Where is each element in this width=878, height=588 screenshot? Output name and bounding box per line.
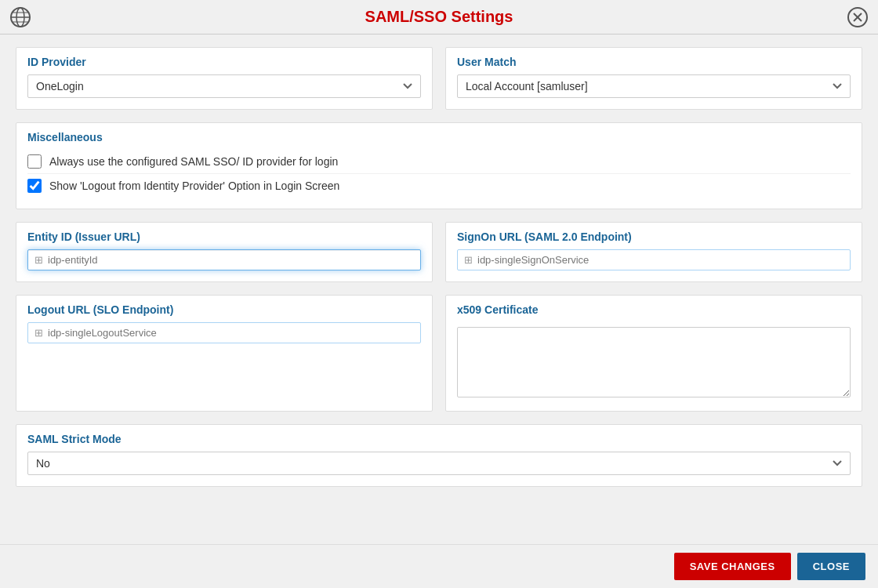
id-provider-section: ID Provider OneLogin ADFS Okta Azure AD … xyxy=(16,47,433,110)
checkbox-show-logout-label[interactable]: Show 'Logout from Identity Provider' Opt… xyxy=(49,180,339,192)
user-match-label: User Match xyxy=(457,56,851,68)
close-button[interactable]: CLOSE xyxy=(797,553,865,580)
header: SAML/SSO Settings xyxy=(0,0,878,34)
main-content: ID Provider OneLogin ADFS Okta Azure AD … xyxy=(0,34,878,544)
checkbox-row-1: Always use the configured SAML SSO/ ID p… xyxy=(27,150,851,174)
saml-strict-select[interactable]: No Yes xyxy=(27,452,851,475)
id-provider-label: ID Provider xyxy=(27,56,421,68)
logout-url-icon: ⊞ xyxy=(34,327,43,339)
id-provider-select[interactable]: OneLogin ADFS Okta Azure AD Other xyxy=(27,74,421,98)
misc-label: Miscellaneous xyxy=(27,131,851,143)
page-wrapper: SAML/SSO Settings ID Provider OneLogin A… xyxy=(0,0,878,588)
entity-id-label: Entity ID (Issuer URL) xyxy=(27,230,421,243)
x509-label: x509 Certificate xyxy=(457,303,851,316)
entity-id-icon: ⊞ xyxy=(34,254,43,266)
checkbox-always-use-label[interactable]: Always use the configured SAML SSO/ ID p… xyxy=(49,155,338,168)
footer: SAVE CHANGES CLOSE xyxy=(0,544,878,588)
signon-url-icon: ⊞ xyxy=(464,254,473,266)
entity-id-input-wrapper: ⊞ xyxy=(27,249,421,270)
checkbox-show-logout[interactable] xyxy=(27,179,42,193)
miscellaneous-section: Miscellaneous Always use the configured … xyxy=(16,122,862,209)
user-match-select[interactable]: Local Account [samluser] Email Username xyxy=(457,74,851,98)
user-match-section: User Match Local Account [samluser] Emai… xyxy=(445,47,862,110)
entity-id-input[interactable] xyxy=(48,254,414,266)
x509-textarea[interactable] xyxy=(457,327,851,397)
page-title: SAML/SSO Settings xyxy=(365,8,513,26)
logout-url-section: Logout URL (SLO Endpoint) ⊞ xyxy=(16,295,433,412)
signon-url-input-wrapper: ⊞ xyxy=(457,249,851,270)
globe-icon[interactable] xyxy=(9,6,31,28)
logout-cert-row: Logout URL (SLO Endpoint) ⊞ x509 Certifi… xyxy=(16,295,862,412)
entity-id-section: Entity ID (Issuer URL) ⊞ xyxy=(16,222,433,282)
logout-url-label: Logout URL (SLO Endpoint) xyxy=(27,303,421,316)
signon-url-section: SignOn URL (SAML 2.0 Endpoint) ⊞ xyxy=(445,222,862,282)
header-close-icon[interactable] xyxy=(847,6,869,28)
signon-url-label: SignOn URL (SAML 2.0 Endpoint) xyxy=(457,230,851,243)
provider-row: ID Provider OneLogin ADFS Okta Azure AD … xyxy=(16,47,862,110)
signon-url-input[interactable] xyxy=(477,254,844,266)
save-changes-button[interactable]: SAVE CHANGES xyxy=(674,553,791,580)
saml-strict-label: SAML Strict Mode xyxy=(27,433,851,445)
logout-url-input[interactable] xyxy=(48,327,414,339)
saml-strict-section: SAML Strict Mode No Yes xyxy=(16,424,862,487)
checkbox-row-2: Show 'Logout from Identity Provider' Opt… xyxy=(27,174,851,198)
checkbox-always-use[interactable] xyxy=(27,154,42,169)
x509-section: x509 Certificate xyxy=(445,295,862,412)
entity-signon-row: Entity ID (Issuer URL) ⊞ SignOn URL (SAM… xyxy=(16,222,862,282)
logout-url-input-wrapper: ⊞ xyxy=(27,322,421,343)
